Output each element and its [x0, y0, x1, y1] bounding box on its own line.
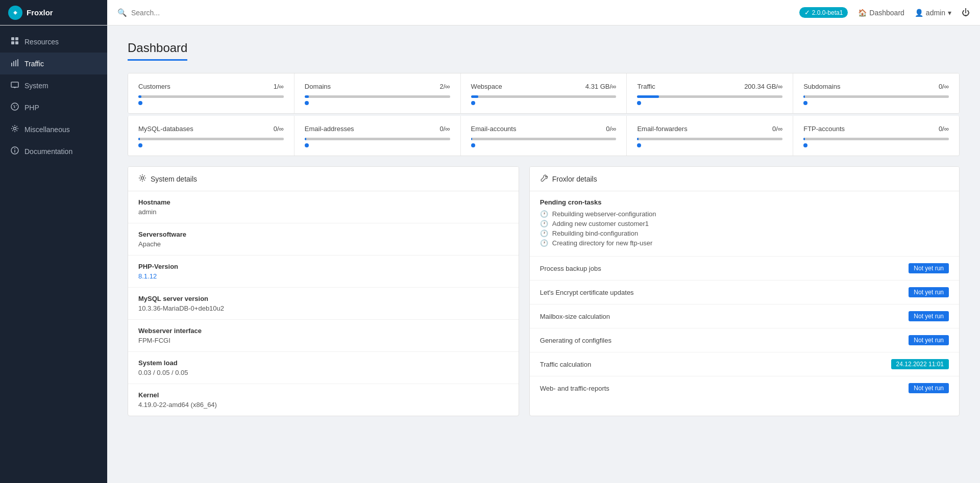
froxlor-details-body: Pending cron-tasks 🕐 Rebuilding webserve…: [530, 191, 959, 400]
cron-text-3: Creating directory for new ftp-user: [552, 239, 653, 247]
sidebar-label-resources: Resources: [24, 38, 59, 46]
stats-row-2: MySQL-databases 0/∞ Email-addresses 0/∞: [128, 116, 960, 156]
froxlor-details-header: Froxlor details: [530, 167, 959, 191]
home-icon: 🏠: [858, 9, 867, 17]
user-icon: 👤: [915, 9, 923, 17]
sidebar-item-php[interactable]: PHP: [0, 96, 107, 118]
stat-value-email-forwarders: 0/∞: [772, 125, 782, 133]
detail-label-mysql-version: MySQL server version: [138, 295, 508, 302]
froxlor-details-title: Froxlor details: [552, 175, 597, 183]
task-row-2: Mailbox-size calculation Not yet run: [530, 304, 959, 328]
detail-value-php[interactable]: 8.1.12: [138, 272, 508, 280]
sidebar-item-resources[interactable]: Resources: [0, 31, 107, 53]
progress-fill-email-addresses: [305, 138, 306, 140]
progress-dot-mysql: [138, 143, 142, 147]
php-icon: [10, 103, 19, 112]
stat-value-subdomains: 0/∞: [939, 83, 949, 90]
detail-row-mysql: MySQL server version 10.3.36-MariaDB-0+d…: [128, 288, 519, 320]
clock-icon-1: 🕐: [540, 220, 548, 227]
sidebar-item-miscellaneous[interactable]: Miscellaneous: [0, 118, 107, 140]
froxlor-details-panel: Froxlor details Pending cron-tasks 🕐 Reb…: [529, 166, 960, 416]
system-details-panel: System details Hostname admin Serversoft…: [128, 166, 519, 416]
cron-text-2: Rebuilding bind-configuration: [552, 230, 638, 237]
svg-rect-7: [13, 61, 14, 66]
detail-label-webserver-interface: Webserver interface: [138, 327, 508, 335]
sidebar-label-system: System: [24, 82, 48, 90]
misc-icon: [10, 124, 19, 134]
detail-label-serversoftware: Serversoftware: [138, 231, 508, 238]
progress-fill-customers: [138, 95, 141, 98]
progress-dot-email-addresses: [305, 143, 309, 147]
stats-row-1: Customers 1/∞ Domains 2/∞: [128, 73, 960, 114]
bottom-section: System details Hostname admin Serversoft…: [128, 166, 960, 416]
cron-title: Pending cron-tasks: [540, 198, 949, 206]
task-row-3: Generating of configfiles Not yet run: [530, 328, 959, 352]
progress-dot-email-accounts: [471, 143, 475, 147]
detail-label-hostname: Hostname: [138, 198, 508, 206]
chevron-down-icon: ▾: [948, 9, 951, 17]
stat-value-domains: 2/∞: [439, 83, 450, 90]
navbar: Froxlor 🔍 ✓ 2.0.0-beta1 🏠 Dashboard 👤 ad…: [0, 0, 980, 26]
task-label-3: Generating of configfiles: [540, 337, 611, 344]
power-icon[interactable]: ⏻: [962, 8, 970, 17]
detail-row-php: PHP-Version 8.1.12: [128, 256, 519, 288]
progress-fill-email-accounts: [471, 138, 473, 140]
progress-fill-ftp-accounts: [803, 138, 805, 140]
cron-section: Pending cron-tasks 🕐 Rebuilding webserve…: [530, 191, 959, 257]
detail-value-mysql-version: 10.3.36-MariaDB-0+deb10u2: [138, 304, 508, 312]
admin-label: admin: [926, 9, 945, 17]
version-badge[interactable]: ✓ 2.0.0-beta1: [799, 7, 848, 18]
progress-fill-traffic: [637, 95, 659, 98]
progress-bar-customers: [138, 95, 284, 98]
dashboard-nav-label: Dashboard: [869, 9, 904, 17]
resources-icon: [10, 37, 19, 46]
stat-value-webspace: 4.31 GB/∞: [585, 83, 617, 90]
system-icon: [10, 81, 19, 90]
search-icon: 🔍: [117, 8, 127, 17]
sidebar-label-traffic: Traffic: [24, 60, 44, 68]
progress-bar-mysql: [138, 138, 284, 140]
clock-icon-2: 🕐: [540, 230, 548, 237]
task-badge-5: Not yet run: [909, 383, 949, 393]
cron-text-1: Adding new customer customer1: [552, 220, 649, 227]
cron-text-0: Rebuilding webserver-configuration: [552, 210, 656, 218]
stat-card-domains: Domains 2/∞: [295, 73, 461, 113]
svg-point-16: [14, 148, 15, 149]
progress-fill-domains: [305, 95, 309, 98]
task-row-4: Traffic calculation 24.12.2022 11:01: [530, 352, 959, 376]
stat-name-domains: Domains: [305, 83, 331, 90]
task-badge-0: Not yet run: [909, 263, 949, 273]
progress-bar-ftp-accounts: [803, 138, 949, 140]
sidebar-item-documentation[interactable]: Documentation: [0, 140, 107, 162]
progress-bar-domains: [305, 95, 450, 98]
cron-item-3: 🕐 Creating directory for new ftp-user: [540, 239, 949, 247]
stat-value-email-accounts: 0/∞: [606, 125, 616, 133]
dashboard-nav-link[interactable]: 🏠 Dashboard: [858, 9, 904, 17]
svg-rect-5: [15, 41, 18, 44]
stat-name-webspace: Webspace: [471, 83, 502, 90]
cron-item-0: 🕐 Rebuilding webserver-configuration: [540, 210, 949, 218]
gear-icon: [138, 174, 146, 184]
progress-dot-email-forwarders: [637, 143, 641, 147]
sidebar-item-traffic[interactable]: Traffic: [0, 53, 107, 74]
stat-value-customers: 1/∞: [274, 83, 284, 90]
detail-label-php: PHP-Version: [138, 263, 508, 270]
cron-item-1: 🕐 Adding new customer customer1: [540, 220, 949, 227]
sidebar-item-system[interactable]: System: [0, 74, 107, 96]
progress-bar-traffic: [637, 95, 782, 98]
page-title: Dashboard: [128, 41, 187, 61]
detail-value-hostname: admin: [138, 208, 508, 216]
system-details-title: System details: [151, 175, 197, 183]
search-input[interactable]: [131, 9, 233, 17]
progress-bar-email-addresses: [305, 138, 450, 140]
progress-fill-subdomains: [803, 95, 805, 98]
system-details-header: System details: [128, 167, 519, 191]
search-area: 🔍: [107, 8, 799, 17]
admin-nav-link[interactable]: 👤 admin ▾: [915, 9, 951, 17]
progress-fill-email-forwarders: [637, 138, 639, 140]
logo-icon: [8, 6, 22, 20]
progress-bar-email-accounts: [471, 138, 617, 140]
logo: Froxlor: [0, 0, 107, 25]
stat-value-traffic: 200.34 GB/∞: [744, 83, 782, 90]
stat-card-email-forwarders: Email-forwarders 0/∞: [627, 116, 793, 156]
